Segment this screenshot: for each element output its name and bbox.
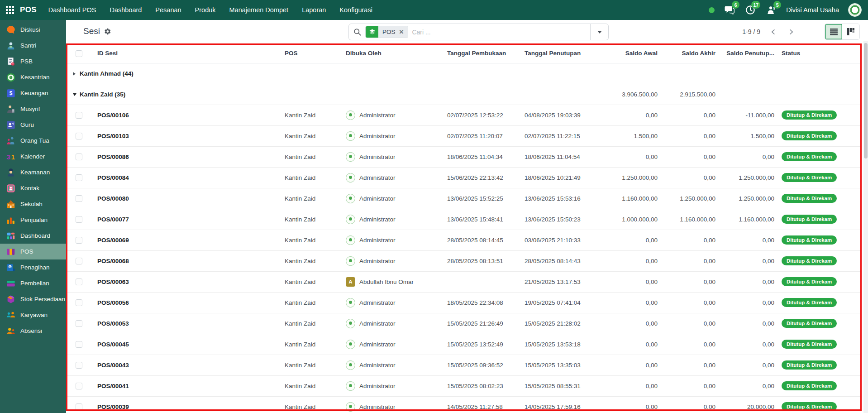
group-caret-expanded-icon[interactable]	[73, 93, 76, 96]
pos-name: Kantin Zaid	[281, 313, 342, 334]
calendar-31-icon: 31	[5, 151, 16, 162]
row-checkbox[interactable]	[76, 258, 82, 264]
sidebar-item-penjualan[interactable]: Penjualan	[0, 212, 66, 228]
table-row[interactable]: POS/00056Kantin ZaidAdministrator18/05/2…	[67, 292, 862, 313]
sidebar-item-dashboard[interactable]: Dashboard	[0, 228, 66, 244]
table-row[interactable]: POS/00041Kantin ZaidAdministrator15/05/2…	[67, 375, 862, 396]
user-avatar[interactable]	[848, 3, 862, 17]
row-checkbox[interactable]	[76, 133, 82, 139]
sidebar-item-keuangan[interactable]: $Keuangan	[0, 85, 66, 101]
kanban-view-button[interactable]	[842, 24, 859, 39]
column-header-saldo-awal[interactable]: Saldo Awal	[594, 44, 662, 63]
sidebar-item-orang-tua[interactable]: Orang Tua	[0, 133, 66, 149]
sidebar-item-pos[interactable]: POS	[0, 244, 66, 259]
search-dropdown-toggle[interactable]	[590, 24, 608, 40]
wallet-user-icon[interactable]: $ 5	[765, 4, 777, 16]
sidebar-item-label: Pembelian	[20, 280, 49, 287]
row-checkbox[interactable]	[76, 341, 82, 348]
vertical-scrollbar[interactable]	[863, 41, 868, 413]
column-header-opened-by[interactable]: Dibuka Oleh	[342, 44, 437, 63]
sidebar-item-keamanan[interactable]: Keamanan	[0, 164, 66, 180]
sidebar-item-kontak[interactable]: Kontak	[0, 180, 66, 196]
activities-clock-icon[interactable]: 17	[744, 4, 756, 16]
column-header-saldo-akhir[interactable]: Saldo Akhir	[662, 44, 720, 63]
column-header-saldo-penutup[interactable]: Saldo Penutup...	[720, 44, 779, 63]
table-row[interactable]: POS/00080Kantin ZaidAdministrator13/06/2…	[67, 188, 862, 209]
sidebar-item-diskusi[interactable]: Diskusi	[0, 22, 66, 38]
nav-menu-dashboard-pos[interactable]: Dashboard POS	[48, 6, 96, 14]
nav-menu-laporan[interactable]: Laporan	[302, 6, 326, 14]
sidebar-item-musyrif[interactable]: Musyrif	[0, 101, 66, 117]
select-all-checkbox[interactable]	[76, 50, 82, 57]
row-checkbox[interactable]	[76, 279, 82, 285]
search-input[interactable]	[412, 29, 590, 36]
pager-prev-button[interactable]	[764, 24, 782, 39]
scrollbar-thumb[interactable]	[864, 43, 868, 158]
nav-menu-konfigurasi[interactable]: Konfigurasi	[339, 6, 372, 14]
column-header-id[interactable]: ID Sesi	[91, 44, 281, 63]
sidebar-item-karyawan[interactable]: Karyawan	[0, 307, 66, 323]
row-checkbox[interactable]	[76, 320, 82, 327]
opening-date: 15/05/2025 13:52:49	[437, 334, 516, 355]
sidebar-item-penagihan[interactable]: $Penagihan	[0, 259, 66, 275]
opened-by-name: Administrator	[359, 299, 396, 306]
sidebar-item-santri[interactable]: Santri	[0, 38, 66, 53]
column-header-status[interactable]: Status	[779, 44, 862, 63]
group-caret-collapsed-icon[interactable]	[73, 72, 76, 76]
row-checkbox[interactable]	[76, 216, 82, 223]
sidebar-item-kalender[interactable]: 31Kalender	[0, 149, 66, 164]
column-header-open-date[interactable]: Tanggal Pembukaan	[437, 44, 516, 63]
table-row[interactable]: POS/00084Kantin ZaidAdministrator15/06/2…	[67, 167, 862, 188]
table-row[interactable]: POS/00045Kantin ZaidAdministrator15/05/2…	[67, 334, 862, 355]
sidebar-item-psb[interactable]: PSB	[0, 53, 66, 69]
column-header-pos[interactable]: POS	[281, 44, 342, 63]
list-view-button[interactable]	[825, 24, 842, 39]
sidebar-item-sekolah[interactable]: Sekolah	[0, 196, 66, 212]
company-switcher[interactable]: Divisi Amal Usaha	[786, 6, 839, 14]
table-row[interactable]: POS/00106Kantin ZaidAdministrator02/07/2…	[67, 105, 862, 125]
row-checkbox[interactable]	[76, 154, 82, 160]
table-row[interactable]: POS/00053Kantin ZaidAdministrator15/05/2…	[67, 313, 862, 334]
nav-menu-produk[interactable]: Produk	[195, 6, 216, 14]
green-emblem-icon	[5, 72, 16, 83]
app-brand[interactable]: POS	[20, 5, 37, 14]
group-row[interactable]: Kantin Zaid (35)3.906.500,002.915.500,00	[67, 84, 862, 105]
nav-menu-dashboard[interactable]: Dashboard	[110, 6, 142, 14]
sidebar-item-guru[interactable]: Guru	[0, 117, 66, 133]
messages-icon[interactable]: 6	[724, 4, 735, 16]
table-row[interactable]: POS/00063Kantin ZaidAAbdullah Ibnu Omar2…	[67, 271, 862, 292]
group-row[interactable]: Kantin Ahmad (44)	[67, 63, 862, 84]
sidebar-item-stok-persediaan[interactable]: Stok Persediaan	[0, 291, 66, 307]
saldo-akhir: 0,00	[662, 125, 720, 146]
pager-next-button[interactable]	[782, 24, 800, 39]
table-row[interactable]: POS/00077Kantin ZaidAdministrator13/06/2…	[67, 209, 862, 230]
row-checkbox[interactable]	[76, 299, 82, 306]
table-row[interactable]: POS/00103Kantin ZaidAdministrator02/07/2…	[67, 125, 862, 146]
saldo-penutup: 0,00	[720, 375, 779, 396]
row-checkbox[interactable]	[76, 362, 82, 369]
status-badge: Ditutup & Direkam	[782, 110, 837, 120]
table-row[interactable]: POS/00043Kantin ZaidAdministrator15/05/2…	[67, 355, 862, 375]
nav-menu-pesanan[interactable]: Pesanan	[155, 6, 181, 14]
sidebar-item-absensi[interactable]: Absensi	[0, 323, 66, 339]
gear-icon[interactable]	[104, 28, 111, 35]
sidebar-item-pembelian[interactable]: Pembelian	[0, 275, 66, 291]
table-row[interactable]: POS/00086Kantin ZaidAdministrator18/06/2…	[67, 146, 862, 167]
apps-grid-icon[interactable]	[0, 0, 20, 20]
column-header-close-date[interactable]: Tanggal Penutupan	[516, 44, 594, 63]
sidebar-item-kesantrian[interactable]: Kesantrian	[0, 69, 66, 85]
row-checkbox[interactable]	[76, 383, 82, 389]
session-id: POS/00086	[91, 146, 281, 167]
table-row[interactable]: POS/00039Kantin ZaidAdministrator14/05/2…	[67, 396, 862, 413]
sidebar-item-label: Diskusi	[20, 26, 40, 33]
nav-menu-manajemen-dompet[interactable]: Manajemen Dompet	[229, 6, 289, 14]
row-checkbox[interactable]	[76, 112, 82, 119]
session-id: POS/00103	[91, 125, 281, 146]
row-checkbox[interactable]	[76, 237, 82, 244]
facet-remove-icon[interactable]: ✕	[399, 29, 404, 35]
table-row[interactable]: POS/00069Kantin ZaidAdministrator28/05/2…	[67, 230, 862, 250]
row-checkbox[interactable]	[76, 195, 82, 202]
row-checkbox[interactable]	[76, 403, 82, 410]
row-checkbox[interactable]	[76, 174, 82, 181]
table-row[interactable]: POS/00068Kantin ZaidAdministrator28/05/2…	[67, 250, 862, 271]
